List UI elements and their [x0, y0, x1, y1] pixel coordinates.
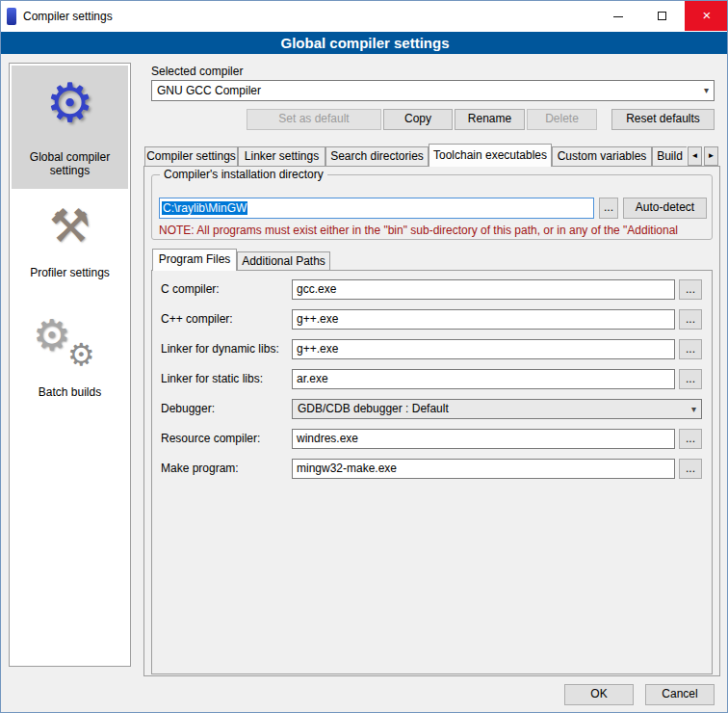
installation-directory-value: C:\raylib\MinGW	[162, 201, 247, 215]
cpp-compiler-browse-button[interactable]: ...	[679, 309, 702, 330]
gear-icon: ⚙	[33, 314, 70, 356]
installation-directory-browse-button[interactable]: ...	[599, 198, 618, 219]
copy-button[interactable]: Copy	[383, 109, 453, 130]
profiler-tool-icon: ⚒	[12, 193, 128, 260]
settings-category-list: ⚙ Global compiler settings ⚒ Profiler se…	[9, 63, 131, 667]
sidebar-item-batch-builds[interactable]: ⚙ ⚙ Batch builds	[12, 312, 128, 405]
set-as-default-button: Set as default	[247, 109, 381, 130]
resource-compiler-label: Resource compiler:	[161, 432, 260, 445]
tab-toolchain-executables[interactable]: Toolchain executables	[429, 144, 552, 167]
reset-defaults-button[interactable]: Reset defaults	[611, 109, 715, 130]
ok-button[interactable]: OK	[564, 684, 634, 705]
linker-dynamic-input[interactable]: g++.exe	[292, 339, 675, 359]
chevron-down-icon: ▾	[691, 400, 696, 418]
make-program-browse-button[interactable]: ...	[679, 459, 702, 479]
selected-compiler-label: Selected compiler	[151, 65, 243, 78]
linker-static-label: Linker for static libs:	[161, 372, 263, 385]
linker-static-browse-button[interactable]: ...	[679, 369, 702, 389]
c-compiler-input[interactable]: gcc.exe	[292, 279, 675, 300]
sidebar-item-label: Profiler settings	[12, 266, 128, 279]
installation-directory-input[interactable]: C:\raylib\MinGW	[159, 198, 594, 219]
make-program-label: Make program:	[161, 462, 239, 475]
cpp-compiler-input[interactable]: g++.exe	[292, 309, 675, 330]
chevron-down-icon: ▾	[704, 81, 709, 100]
close-button[interactable]: ×	[685, 1, 728, 31]
sidebar-item-label: Batch builds	[12, 385, 128, 399]
c-compiler-label: C compiler:	[161, 282, 220, 296]
cpp-compiler-label: C++ compiler:	[161, 312, 233, 326]
dialog-header: Global compiler settings	[1, 32, 728, 54]
make-program-input[interactable]: mingw32-make.exe	[292, 459, 675, 479]
rename-button[interactable]: Rename	[455, 109, 525, 130]
tab-scroll-right-icon[interactable]: ►	[704, 146, 718, 166]
titlebar: Compiler settings ×	[1, 1, 728, 32]
app-icon	[7, 8, 16, 25]
linker-static-input[interactable]: ar.exe	[292, 369, 675, 389]
installation-directory-group-title: Compiler's installation directory	[160, 168, 327, 181]
cancel-button[interactable]: Cancel	[645, 684, 715, 705]
maximize-icon	[658, 12, 666, 20]
debugger-label: Debugger:	[161, 402, 215, 415]
debugger-select-value: GDB/CDB debugger : Default	[298, 402, 449, 415]
minimize-button[interactable]	[596, 1, 640, 31]
tab-compiler-settings[interactable]: Compiler settings	[144, 146, 238, 166]
gear-icon: ⚙	[67, 339, 95, 370]
subtab-program-files[interactable]: Program Files	[152, 249, 237, 271]
minimize-icon	[613, 16, 623, 17]
resource-compiler-browse-button[interactable]: ...	[679, 429, 702, 449]
delete-button: Delete	[527, 109, 597, 130]
maximize-button[interactable]	[640, 1, 685, 31]
resource-compiler-input[interactable]: windres.exe	[292, 429, 675, 449]
tab-linker-settings[interactable]: Linker settings	[238, 146, 325, 166]
linker-dynamic-label: Linker for dynamic libs:	[161, 342, 279, 356]
note-text: NOTE: All programs must exist either in …	[159, 224, 715, 237]
subtab-additional-paths[interactable]: Additional Paths	[237, 251, 330, 270]
tab-custom-variables[interactable]: Custom variables	[552, 146, 652, 166]
compiler-select[interactable]: GNU GCC Compiler ▾	[151, 80, 715, 101]
compiler-select-value: GNU GCC Compiler	[157, 84, 261, 97]
linker-dynamic-browse-button[interactable]: ...	[679, 339, 702, 359]
sidebar-item-global-compiler-settings[interactable]: ⚙ Global compiler settings	[12, 66, 128, 189]
gear-icon: ⚙	[12, 67, 128, 139]
batch-gears-icon: ⚙ ⚙	[12, 312, 128, 382]
sidebar-item-profiler-settings[interactable]: ⚒ Profiler settings	[12, 191, 128, 283]
compiler-settings-window: Compiler settings × Global compiler sett…	[0, 0, 728, 713]
c-compiler-browse-button[interactable]: ...	[679, 279, 702, 300]
debugger-select[interactable]: GDB/CDB debugger : Default ▾	[292, 399, 702, 419]
window-title: Compiler settings	[23, 10, 113, 23]
auto-detect-button[interactable]: Auto-detect	[623, 198, 707, 219]
tab-scroll-left-icon[interactable]: ◄	[688, 146, 702, 166]
sidebar-item-label: Global compiler settings	[12, 150, 128, 177]
tab-search-directories[interactable]: Search directories	[325, 146, 429, 166]
tab-build-options[interactable]: Build	[652, 146, 687, 166]
